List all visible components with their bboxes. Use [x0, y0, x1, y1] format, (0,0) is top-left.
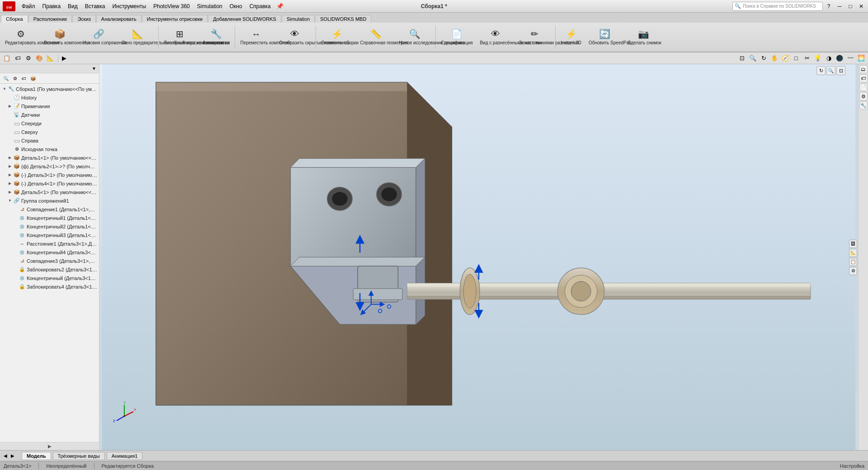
help-btn[interactable]: ? [824, 1, 834, 11]
ribbon-tab-layout[interactable]: Расположение [28, 15, 72, 23]
tab-3d-views[interactable]: Трёхмерные виды [53, 452, 105, 460]
sec-btn-expand[interactable]: ▶ [59, 54, 69, 63]
ribbon-tab-sketch[interactable]: Эскиз [72, 15, 95, 23]
tree-item-detail4[interactable]: ▶ 📦 (-) Деталь4<1> (По умолчанию<<По ум [0, 179, 99, 188]
menu-edit[interactable]: Правка [39, 2, 65, 11]
view-ambient-occlusion[interactable]: 🌑 [835, 54, 844, 63]
view-zoom-in[interactable]: 🔍 [748, 54, 758, 63]
tree-item-detail1[interactable]: ▶ 📦 Деталь1<1> (По умолчанию<<По умол [0, 153, 99, 162]
vp-btn-zoom[interactable]: 🔍 [826, 66, 835, 75]
tree-item-mate9[interactable]: ◎ Концентричный (Деталь3<1>,Дета... [0, 274, 99, 282]
tool-ref-geometry[interactable]: 📏 Справочная геометрия [357, 24, 395, 50]
ribbon-tab-analyze[interactable]: Анализировать [96, 15, 142, 23]
menu-window[interactable]: Окно [226, 2, 246, 11]
tree-item-mate4[interactable]: ◎ Концентричный3 (Деталь1<1>,Дета... [0, 231, 99, 239]
tree-item-top[interactable]: ▭ Сверху [0, 128, 99, 136]
sec-btn-featureman[interactable]: 📋 [2, 54, 12, 63]
ribbon-tab-mbd[interactable]: SOLIDWORKS MBD [315, 15, 371, 23]
tree-item-mate6[interactable]: ◎ Концентричный4 (Деталь3<1>,Дета... [0, 248, 99, 256]
tree-item-detail3[interactable]: ▶ 📦 (-) Деталь3<1> (По умолчанию<<По ум [0, 171, 99, 179]
tool-conditions[interactable]: 🔗 Условия сопряжения [80, 24, 118, 50]
tool-move-component[interactable]: ↔ Переместить компонент [237, 24, 275, 50]
tool-linear-array[interactable]: ⊞ Линейный массив компонентов [160, 24, 198, 50]
tool-show-hidden[interactable]: 👁 Отобразить скрытые компоненты [276, 24, 314, 50]
tree-item-mate3[interactable]: ◎ Концентричный2 (Деталь1<1>,Дета... [0, 222, 99, 231]
tool-preview-window[interactable]: 📐 Окно предварительного просмотра компон… [118, 24, 156, 50]
tree-item-detail5[interactable]: ▶ 📦 Деталь5<1> (По умолчанию<<По ум [0, 188, 99, 196]
menu-tools[interactable]: Инструменты [108, 2, 150, 11]
tool-edit-component[interactable]: ⚙ Редактировать компонент [2, 24, 40, 50]
tool-motion-study[interactable]: 🔍 Новое исследование движения [396, 24, 434, 50]
tab-model[interactable]: Модель [22, 452, 51, 460]
view-pan[interactable]: ✋ [769, 54, 779, 63]
tree-item-mate1[interactable]: ⊿ Совпадение1 (Деталь1<1>,Деталь2< [0, 205, 99, 214]
menu-simulation[interactable]: Simulation [193, 2, 226, 11]
filter-components[interactable]: 📦 [29, 74, 37, 82]
bottom-arrow-right[interactable]: ▶ [9, 452, 16, 460]
tree-item-mate8[interactable]: 🔒 Заблокировать2 (Деталь3<1>,Деталь [0, 265, 99, 274]
menu-insert[interactable]: Вставка [81, 2, 109, 11]
tab-animation1[interactable]: Анимация1 [107, 452, 143, 460]
tree-item-notes[interactable]: ▶ 📝 Примечания [0, 102, 99, 110]
viewport[interactable]: X Y Z ↻ 🔍 ⊡ 🖼 📐 📋 ⚙ [99, 64, 858, 450]
view-zoom-to-fit[interactable]: ⊡ [737, 54, 747, 63]
tree-item-origin[interactable]: ⊕ Исходная точка [0, 145, 99, 153]
tree-item-history[interactable]: 🕐 History [0, 93, 99, 102]
bottom-arrow-left[interactable]: ◀ [2, 452, 9, 460]
vp-edge-btn3[interactable]: 📋 [849, 258, 857, 266]
tree-item-right[interactable]: ▭ Справа [0, 136, 99, 145]
tree-item-front[interactable]: ▭ Спереди [0, 119, 99, 128]
ribbon-tab-sim[interactable]: Simulation [282, 15, 315, 23]
sec-btn-propertyman[interactable]: 🏷 [13, 54, 23, 63]
menu-photoview[interactable]: PhotoView 360 [150, 2, 193, 11]
view-rotate[interactable]: ↻ [759, 54, 769, 63]
rp-btn5[interactable]: 🔧 [859, 101, 868, 109]
filter-search[interactable]: 🔍 [2, 74, 10, 82]
tool-automate[interactable]: 🔧 Автокрепежи [199, 24, 233, 50]
view-section[interactable]: ✂ [802, 54, 812, 63]
view-realview[interactable]: 💡 [813, 54, 823, 63]
tool-snapshot[interactable]: 📷 Сделать снимок [624, 24, 662, 50]
menu-help[interactable]: Справка [246, 2, 274, 11]
tree-item-group[interactable]: ▼ 🔗 Группа сопряжений1 [0, 196, 99, 205]
sec-btn-mbd[interactable]: 📐 [45, 54, 55, 63]
ribbon-tab-render[interactable]: Инструменты отрисовки [142, 15, 208, 23]
filter-btn[interactable]: ▼ [90, 65, 98, 73]
ribbon-tab-assembly[interactable]: Сборка [1, 15, 28, 23]
rp-btn1[interactable]: 🗂 [859, 65, 868, 73]
view-shadows[interactable]: ◑ [824, 54, 834, 63]
sidebar-scroll-right[interactable]: ▶ [0, 442, 99, 450]
vp-edge-btn2[interactable]: 📐 [849, 249, 857, 257]
rp-btn3[interactable]: 📄 [859, 83, 868, 91]
filter-toggle[interactable]: 🏷 [20, 74, 28, 82]
menu-view[interactable]: Вид [64, 2, 81, 11]
view-orientation[interactable]: 🧭 [780, 54, 790, 63]
tool-assembly-elements[interactable]: ⚡ Элементы сборки [318, 24, 356, 50]
tree-item-mate2[interactable]: ◎ Концентричный1 (Деталь1<1>,Дета... [0, 214, 99, 222]
rp-btn4[interactable]: ⚙ [859, 92, 868, 100]
tool-instant3d[interactable]: ⚡ Instant 3D [557, 24, 585, 50]
filter-options[interactable]: ⚙ [11, 74, 19, 82]
tool-bom[interactable]: 📄 Спецификация [438, 24, 476, 50]
vp-btn-fit[interactable]: ⊡ [836, 66, 845, 75]
minimize-btn[interactable]: ─ [835, 1, 844, 11]
view-scene[interactable]: 🌅 [856, 54, 866, 63]
vp-btn-rotate[interactable]: ↻ [816, 66, 826, 75]
vp-edge-btn1[interactable]: 🖼 [849, 240, 857, 248]
tree-item-mate7[interactable]: ⊿ Совпадение3 (Деталь3<1>,Деталь4< [0, 256, 99, 265]
sec-btn-config[interactable]: ⚙ [24, 54, 33, 63]
close-btn[interactable]: ✕ [856, 1, 866, 11]
tree-item-sensors[interactable]: 📡 Датчики [0, 110, 99, 119]
ribbon-tab-addins[interactable]: Добавления SOLIDWORKS [208, 15, 281, 23]
rp-btn2[interactable]: 🏷 [859, 74, 868, 82]
tree-item-mate5[interactable]: ↔ Расстояние1 (Деталь3<1>,Деталь1< [0, 239, 99, 248]
sec-btn-display[interactable]: 🎨 [34, 54, 44, 63]
tool-update-speedpak[interactable]: 🔄 Обновить SpeedPak [585, 24, 623, 50]
menu-file[interactable]: Файл [18, 2, 39, 11]
tree-item-mate10[interactable]: 🔒 Заблокировать4 (Деталь3<1>,Деталь [0, 282, 99, 291]
tool-explode-sketch[interactable]: ✏ Эскиз с линиями разнесения [515, 24, 553, 50]
help-search-box[interactable]: 🔍 Поиск в Справке по SOLIDWORKS [732, 2, 823, 11]
tool-exploded-view[interactable]: 👁 Вид с разнесёнными частями [476, 24, 514, 50]
view-curvature[interactable]: 〰 [845, 54, 855, 63]
tree-item-detail2[interactable]: ▶ 📦 (ф) Деталь2<1>->? (По умолчанию<<П [0, 162, 99, 171]
